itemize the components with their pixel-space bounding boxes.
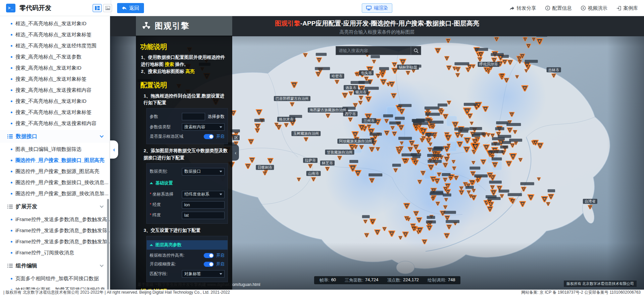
map-marker[interactable] [338,156,342,160]
sidebar-item[interactable]: 圈选控件_用户搜索_数据接口_接收消息... [0,177,110,188]
back-button[interactable]: 返回 [117,3,144,13]
map-marker[interactable] [381,79,387,85]
sidebar-item[interactable]: 圈选控件_用户搜索_数据接口_图层高亮 [0,155,110,166]
sidebar-item[interactable]: 搜索_不高亮地标点_发送对象ID [0,96,110,107]
sidebar-item[interactable]: 搜索_高亮地标点_发送对象ID [0,62,110,74]
map-marker[interactable] [518,158,523,162]
sidebar-section-数据接口[interactable]: 数据接口 [0,130,110,143]
map-marker[interactable] [446,39,451,43]
map-marker[interactable] [316,72,321,76]
map-marker[interactable] [445,216,450,220]
map-marker[interactable] [431,197,435,201]
config-select[interactable]: 对象标签 [182,270,225,278]
map-marker[interactable] [510,154,516,160]
map-marker[interactable] [406,71,410,75]
map-marker[interactable] [510,199,515,204]
toggle-group[interactable]: 开启 [204,134,225,139]
sidebar-item[interactable]: 框选_不高亮地标点_发送对象ID [0,18,110,29]
map-marker[interactable] [435,48,441,53]
map-marker[interactable] [429,143,432,146]
config-info-link[interactable]: 配置信息 [545,5,572,11]
map-marker[interactable] [445,56,449,60]
map-marker[interactable] [366,97,371,102]
sidebar-item[interactable]: 圈选控件_用户搜索_数据源_图层高亮 [0,166,110,177]
map-marker[interactable] [445,135,451,141]
map-marker[interactable] [472,161,475,164]
map-marker[interactable] [392,68,398,74]
map-marker[interactable] [459,186,463,190]
map-marker[interactable] [523,37,527,41]
map-marker[interactable] [490,185,495,189]
map-marker[interactable] [437,173,441,176]
map-marker[interactable] [290,102,294,106]
map-marker[interactable] [304,137,308,141]
map-marker[interactable] [459,190,464,195]
map-marker[interactable] [291,82,297,88]
map-marker[interactable] [588,205,592,209]
map-marker[interactable] [420,138,424,142]
map-marker[interactable] [358,101,362,104]
map-marker[interactable] [245,164,251,169]
config-group-header[interactable]: 图层高亮参数 [147,240,228,250]
map-marker[interactable] [383,227,387,230]
map-marker[interactable] [348,118,353,122]
map-marker[interactable] [508,60,513,65]
map-marker[interactable] [384,131,389,135]
map-marker[interactable] [369,147,375,152]
map-marker[interactable] [412,69,415,72]
sidebar-item[interactable]: 搜索_高亮地标点_发送对象标签 [0,74,110,85]
map-marker[interactable] [434,178,440,183]
toggle-group[interactable]: 开启 [204,253,225,258]
map-marker[interactable] [491,134,495,137]
map-marker[interactable] [355,170,361,176]
map-marker[interactable] [528,195,534,200]
map-marker[interactable] [335,80,339,84]
map-marker[interactable] [399,109,405,114]
map-marker[interactable] [398,125,404,130]
sidebar-item[interactable]: iFrame控件_发送多参数消息_参数触发筛... [0,225,110,236]
config-input[interactable] [182,113,205,120]
sidebar-item[interactable]: 框选_不高亮地标点_发送对象标签 [0,29,110,40]
map-marker[interactable] [472,189,476,193]
map-marker[interactable] [521,187,526,192]
map-marker[interactable] [352,132,358,137]
map-marker[interactable] [447,225,452,229]
map-marker[interactable] [448,177,452,180]
map-marker[interactable] [478,57,482,61]
map-marker[interactable] [443,178,447,181]
map-marker[interactable] [509,112,514,117]
sidebar-item[interactable]: 搜索_不高亮地标点_发送搜索框内容 [0,118,110,129]
map-marker[interactable] [413,160,418,165]
map-marker[interactable] [546,202,550,206]
map-marker[interactable] [394,169,398,172]
map-marker[interactable] [369,178,375,183]
map-marker[interactable] [537,143,543,149]
map-marker[interactable] [502,60,507,64]
map-marker[interactable] [363,220,367,223]
map-marker[interactable] [325,167,330,171]
map-marker[interactable] [426,138,432,143]
map-marker[interactable] [467,191,470,194]
map-marker[interactable] [491,190,497,195]
sidebar-item[interactable]: 框选_不高亮地标点_发送经纬度范围 [0,40,110,51]
map-marker[interactable] [417,180,422,184]
map-marker[interactable] [375,230,380,235]
map-marker[interactable] [492,58,497,62]
map-marker[interactable] [404,203,410,209]
map-marker[interactable] [389,231,395,237]
config-suffix-link[interactable]: 选择参数 [208,114,225,120]
map-marker[interactable] [504,78,509,83]
map-marker[interactable] [454,176,458,180]
search-button[interactable] [411,46,421,55]
map-marker[interactable] [255,128,260,132]
map-marker[interactable] [392,132,397,136]
sidebar-section-扩展开发[interactable]: 扩展开发 [0,200,110,213]
map-marker[interactable] [456,73,460,77]
map-marker[interactable] [487,207,493,212]
map-marker[interactable] [548,194,554,199]
map-marker[interactable] [507,128,512,133]
map-marker[interactable] [376,74,381,78]
share-link[interactable]: 转发分享 [509,5,536,11]
map-marker[interactable] [476,179,479,182]
toggle-switch[interactable] [204,253,214,258]
